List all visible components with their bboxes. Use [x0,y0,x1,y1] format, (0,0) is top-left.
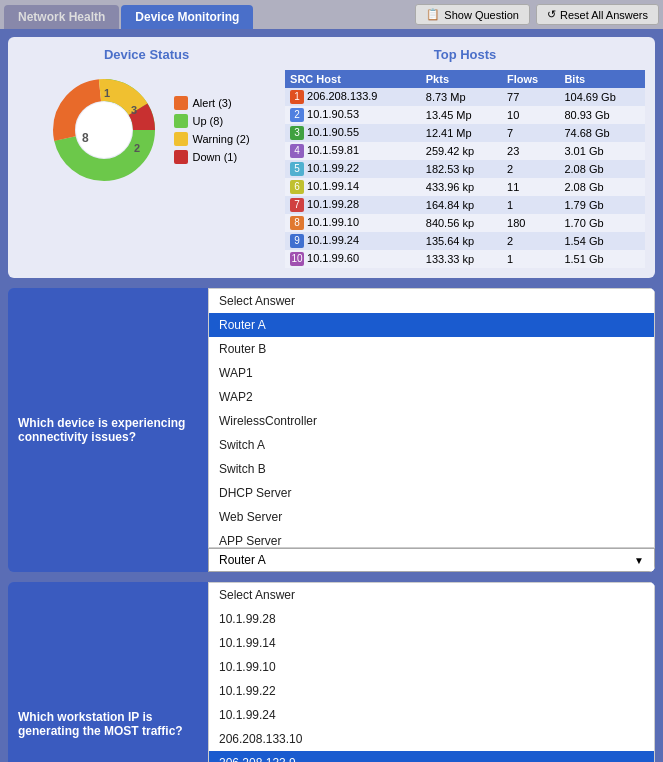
cell-pkts: 8.73 Mp [421,88,502,106]
cell-flows: 1 [502,196,559,214]
cell-pkts: 133.33 kp [421,250,502,268]
col-pkts: Pkts [421,70,502,88]
list-item[interactable]: 10.1.99.10 [209,655,654,679]
row-num: 1 [290,90,304,104]
q1-section: Which device is experiencing connectivit… [8,288,655,572]
cell-flows: 7 [502,124,559,142]
list-item[interactable]: Router A [209,313,654,337]
label-8: 8 [82,131,89,145]
row-num: 2 [290,108,304,122]
tabs-bar: Network Health Device Monitoring 📋 Show … [0,0,663,29]
list-item[interactable]: 206.208.133.10 [209,727,654,751]
cell-bits: 104.69 Gb [559,88,645,106]
legend-label-up: Up (8) [193,115,224,127]
cell-flows: 23 [502,142,559,160]
cell-pkts: 13.45 Mp [421,106,502,124]
list-item[interactable]: WAP2 [209,385,654,409]
table-row: 410.1.59.81 259.42 kp 23 3.01 Gb [285,142,645,160]
col-src-host: SRC Host [285,70,421,88]
tab-device-monitoring[interactable]: Device Monitoring [121,5,253,29]
cell-pkts: 135.64 kp [421,232,502,250]
cell-bits: 1.70 Gb [559,214,645,232]
cell-pkts: 164.84 kp [421,196,502,214]
row-num: 8 [290,216,304,230]
list-item[interactable]: Web Server [209,505,654,529]
list-item[interactable]: WAP1 [209,361,654,385]
show-question-button[interactable]: 📋 Show Question [415,4,530,25]
list-item[interactable]: Switch A [209,433,654,457]
reset-all-answers-button[interactable]: ↺ Reset All Answers [536,4,659,25]
legend-color-up [174,114,188,128]
device-status-section: Device Status [18,47,275,268]
top-hosts-body: 1206.208.133.9 8.73 Mp 77 104.69 Gb 210.… [285,88,645,268]
legend-label-warning: Warning (2) [193,133,250,145]
cell-host: 410.1.59.81 [285,142,421,160]
table-row: 510.1.99.22 182.53 kp 2 2.08 Gb [285,160,645,178]
list-item[interactable]: Router B [209,337,654,361]
cell-bits: 2.08 Gb [559,160,645,178]
cell-pkts: 259.42 kp [421,142,502,160]
q2-dropdown-list[interactable]: Select Answer10.1.99.2810.1.99.1410.1.99… [208,582,655,762]
q1-right: Select AnswerRouter ARouter BWAP1WAP2Wir… [208,288,655,572]
top-panel: Device Status [8,37,655,278]
cell-bits: 1.51 Gb [559,250,645,268]
cell-host: 210.1.90.53 [285,106,421,124]
tab-network-health[interactable]: Network Health [4,5,119,29]
label-2: 2 [134,142,140,154]
cell-bits: 2.08 Gb [559,178,645,196]
row-num: 4 [290,144,304,158]
cell-bits: 1.54 Gb [559,232,645,250]
table-row: 910.1.99.24 135.64 kp 2 1.54 Gb [285,232,645,250]
cell-host: 1010.1.99.60 [285,250,421,268]
list-item[interactable]: Switch B [209,457,654,481]
cell-host: 910.1.99.24 [285,232,421,250]
row-num: 7 [290,198,304,212]
list-item[interactable]: 10.1.99.24 [209,703,654,727]
table-row: 1010.1.99.60 133.33 kp 1 1.51 Gb [285,250,645,268]
table-row: 310.1.90.55 12.41 Mp 7 74.68 Gb [285,124,645,142]
main-content: Device Status [0,29,663,762]
label-1: 1 [104,87,110,99]
top-hosts-title: Top Hosts [285,47,645,62]
legend-item-down: Down (1) [174,150,250,164]
cell-flows: 2 [502,232,559,250]
top-hosts-table: SRC Host Pkts Flows Bits 1206.208.133.9 … [285,70,645,268]
row-num: 6 [290,180,304,194]
q1-dropdown-list[interactable]: Select AnswerRouter ARouter BWAP1WAP2Wir… [208,288,655,548]
reset-icon: ↺ [547,8,556,21]
legend-color-down [174,150,188,164]
q1-selected-value: Router A [219,553,266,567]
list-item[interactable]: 10.1.99.22 [209,679,654,703]
list-item[interactable]: WirelessController [209,409,654,433]
cell-host: 310.1.90.55 [285,124,421,142]
cell-host: 710.1.99.28 [285,196,421,214]
donut-svg: 8 3 2 1 [44,70,164,190]
donut-center [76,102,132,158]
chevron-down-icon: ▼ [634,555,644,566]
table-row: 710.1.99.28 164.84 kp 1 1.79 Gb [285,196,645,214]
cell-flows: 2 [502,160,559,178]
cell-pkts: 433.96 kp [421,178,502,196]
legend-item-alert: Alert (3) [174,96,250,110]
q1-selected-display[interactable]: Router A ▼ [208,548,655,572]
table-row: 610.1.99.14 433.96 kp 11 2.08 Gb [285,178,645,196]
row-num: 5 [290,162,304,176]
cell-flows: 1 [502,250,559,268]
tabs-right: 📋 Show Question ↺ Reset All Answers [415,4,659,29]
cell-bits: 74.68 Gb [559,124,645,142]
cell-pkts: 182.53 kp [421,160,502,178]
row-num: 10 [290,252,304,266]
legend-label-down: Down (1) [193,151,238,163]
q2-question: Which workstation IP is generating the M… [8,582,208,762]
list-item[interactable]: Select Answer [209,583,654,607]
list-item[interactable]: Select Answer [209,289,654,313]
list-item[interactable]: 206.208.133.9 [209,751,654,762]
table-row: 210.1.90.53 13.45 Mp 10 80.93 Gb [285,106,645,124]
cell-bits: 80.93 Gb [559,106,645,124]
list-item[interactable]: DHCP Server [209,481,654,505]
cell-flows: 180 [502,214,559,232]
list-item[interactable]: 10.1.99.28 [209,607,654,631]
q2-section: Which workstation IP is generating the M… [8,582,655,762]
list-item[interactable]: APP Server [209,529,654,548]
list-item[interactable]: 10.1.99.14 [209,631,654,655]
